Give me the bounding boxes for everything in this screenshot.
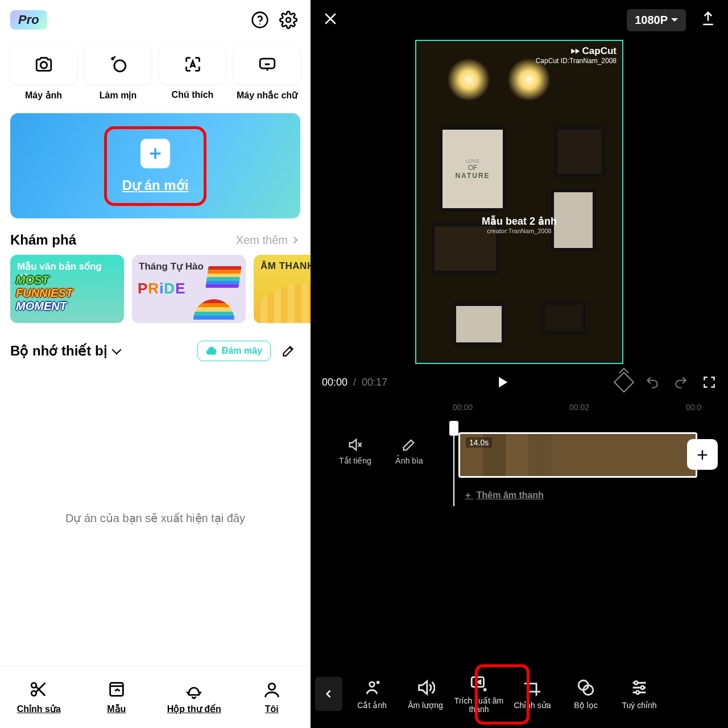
cloud-button[interactable]: Đám mây <box>197 341 271 361</box>
preview-area: LOVE OF NATURE CapCut CapCut ID:TranNam_… <box>311 40 728 364</box>
tool-adjust[interactable]: Tuỳ chỉnh <box>613 665 665 722</box>
frame-decor: LOVE OF NATURE <box>439 126 506 212</box>
tool-label: Máy nhắc chữ <box>237 90 297 101</box>
time-sep: / <box>353 377 356 388</box>
teleprompter-icon <box>258 55 277 74</box>
quick-tools-row: Máy ảnh Làm mịn Chú thích Máy nhắc chữ <box>0 40 311 101</box>
svg-point-0 <box>253 13 268 28</box>
export-button[interactable] <box>700 10 717 30</box>
frame-decor <box>551 189 596 251</box>
fullscreen-icon[interactable] <box>702 375 717 390</box>
settings-icon[interactable] <box>276 8 300 32</box>
crop-person-icon <box>362 678 382 697</box>
caption-icon <box>183 55 202 74</box>
camera-icon <box>34 55 53 74</box>
nav-profile[interactable]: Tôi <box>233 666 311 728</box>
timeline-ruler: 00:0000:0200:0 <box>311 395 728 415</box>
section-title: Khám phá <box>10 232 236 248</box>
undo-icon[interactable] <box>645 375 660 390</box>
tool-label: Tuỳ chỉnh <box>622 701 656 710</box>
tool-volume[interactable]: Âm lượng <box>399 665 452 722</box>
card-title: ÂM THANH <box>260 260 311 272</box>
resolution-selector[interactable]: 1080P <box>627 9 686 31</box>
mute-button[interactable]: Tắt tiếng <box>339 437 371 465</box>
sliders-icon <box>630 678 649 697</box>
video-preview[interactable]: LOVE OF NATURE CapCut CapCut ID:TranNam_… <box>415 40 623 364</box>
watermark: CapCut CapCut ID:TranNam_2008 <box>536 46 617 65</box>
pro-badge[interactable]: Pro <box>10 10 47 30</box>
storage-header: Bộ nhớ thiết bị Đám mây <box>0 323 311 371</box>
editor-toolbar: Cắt ảnh Âm lượng Trích xuất âm thanh Chỉ… <box>311 660 728 728</box>
explore-card-text[interactable]: Mẫu văn bản sống động MOST FUNNIEST MOME… <box>10 255 124 323</box>
tool-label: Bộ lọc <box>574 701 597 710</box>
timeline[interactable]: Tắt tiếng Ảnh bìa 14.0s + + Thêm âm than… <box>311 427 728 512</box>
wave-decor <box>254 283 311 323</box>
svg-point-2 <box>286 18 291 22</box>
add-clip-button[interactable]: + <box>687 439 718 470</box>
tool-label: Âm lượng <box>408 701 443 710</box>
chevron-down-icon <box>671 18 678 25</box>
play-icon[interactable] <box>494 374 510 390</box>
svg-point-4 <box>114 60 125 72</box>
nav-label: Mẫu <box>107 704 126 714</box>
cloud-label: Đám mây <box>222 346 262 356</box>
help-icon[interactable] <box>248 8 272 32</box>
watermark-id: CapCut ID:TranNam_2008 <box>536 57 617 65</box>
tool-label: Cắt ảnh <box>357 701 386 710</box>
home-topbar: Pro <box>0 0 311 40</box>
new-project-button[interactable]: Dự án mới <box>10 113 300 218</box>
chevron-down-icon[interactable] <box>111 345 121 355</box>
video-clip[interactable]: 14.0s <box>458 432 697 478</box>
svg-point-16 <box>636 691 639 694</box>
storage-title: Bộ nhớ thiết bị <box>10 343 107 359</box>
see-more-button[interactable]: Xem thêm <box>236 234 300 247</box>
explore-card-pride[interactable]: Tháng Tự Hào PRiDE <box>132 255 246 323</box>
resolution-label: 1080P <box>635 14 668 27</box>
card-decor-text: FUNNIEST <box>16 287 73 300</box>
rainbow-icon <box>193 299 234 320</box>
nav-inbox[interactable]: Hộp thư đến <box>155 666 233 728</box>
editor-screen: 1080P LOVE OF NATURE CapCut CapCut ID:Tr… <box>311 0 728 728</box>
see-more-label: Xem thêm <box>236 234 288 247</box>
svg-point-9 <box>268 683 275 689</box>
edit-icon[interactable] <box>276 339 300 363</box>
cloud-icon <box>206 345 218 357</box>
redo-icon[interactable] <box>673 375 688 390</box>
explore-header: Khám phá Xem thêm <box>0 218 311 255</box>
lamp-decor <box>447 58 490 101</box>
explore-cards: Mẫu văn bản sống động MOST FUNNIEST MOME… <box>0 255 311 323</box>
highlight-box <box>104 126 206 206</box>
editor-topbar: 1080P <box>311 0 728 40</box>
tool-filter[interactable]: Bộ lọc <box>560 665 612 722</box>
volume-icon <box>416 678 435 697</box>
svg-point-10 <box>370 682 375 687</box>
svg-point-3 <box>40 62 47 68</box>
tool-retouch[interactable]: Làm mịn <box>85 44 151 101</box>
card-decor-text: MOMENT <box>16 300 73 313</box>
add-audio-button[interactable]: + Thêm âm thanh <box>465 490 544 500</box>
frame-decor <box>554 126 605 177</box>
frame-decor <box>453 303 505 346</box>
person-icon <box>262 680 282 700</box>
cover-label: Ảnh bìa <box>395 456 423 465</box>
flag-icon <box>205 266 241 288</box>
explore-card-audio[interactable]: ÂM THANH <box>254 255 311 323</box>
tool-caption[interactable]: Chú thích <box>159 44 226 101</box>
nav-label: Hộp thư đến <box>167 704 221 714</box>
clip-duration: 14.0s <box>466 437 492 448</box>
nav-templates[interactable]: Mẫu <box>78 666 156 728</box>
templates-icon <box>107 680 126 699</box>
mute-label: Tắt tiếng <box>339 456 371 465</box>
close-button[interactable] <box>322 10 339 30</box>
keyframe-icon[interactable] <box>614 372 635 393</box>
cover-button[interactable]: Ảnh bìa <box>395 437 423 465</box>
tool-teleprompter[interactable]: Máy nhắc chữ <box>234 44 300 101</box>
tool-crop[interactable]: Cắt ảnh <box>346 665 398 722</box>
playback-row: 00:00 / 00:17 <box>311 364 728 395</box>
toolbar-back[interactable] <box>315 677 342 711</box>
empty-state-text: Dự án của bạn sẽ xuất hiện tại đây <box>0 371 311 665</box>
svg-point-15 <box>641 686 644 689</box>
nav-edit[interactable]: Chỉnh sửa <box>0 666 78 728</box>
tool-camera[interactable]: Máy ảnh <box>10 44 77 101</box>
highlight-box <box>475 664 530 725</box>
